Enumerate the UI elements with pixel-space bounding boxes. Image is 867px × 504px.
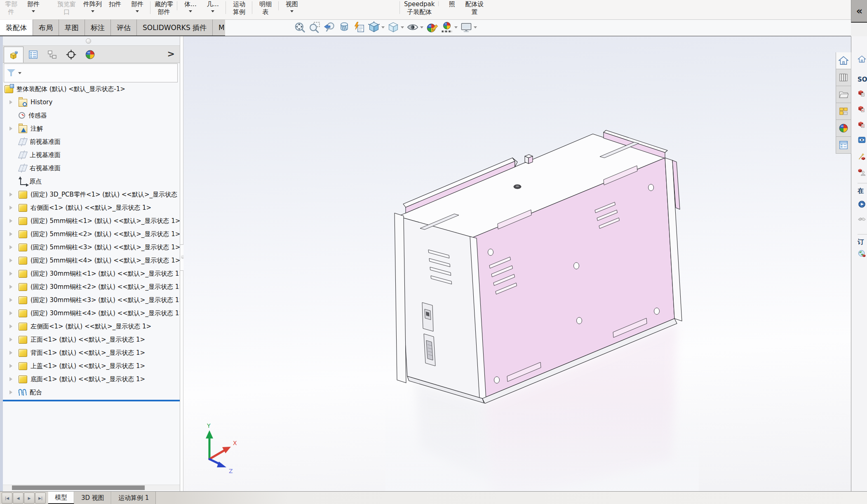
dropdown-arrow-icon[interactable] [189,10,192,12]
tree-item[interactable]: (固定) 3D_PCB零件<1> (默认) <<默认>_显示状态 1> [3,188,180,201]
document-tab[interactable]: 模型 [48,492,74,504]
task-pane-item[interactable] [858,54,866,63]
expand-arrow-icon[interactable] [8,219,19,223]
ribbon-button[interactable]: 体... [179,0,202,12]
expand-arrow-icon[interactable] [8,390,19,394]
expand-arrow-icon[interactable] [8,127,19,131]
tree-item[interactable]: 右视基准面 [3,162,180,175]
expand-arrow-icon[interactable] [8,258,19,263]
ribbon-button[interactable]: 配体设 置 [463,0,486,16]
task-pane-item[interactable] [858,120,866,129]
tree-horizontal-scrollbar[interactable] [3,485,180,490]
task-pane-tab[interactable] [836,86,851,103]
task-pane-item[interactable] [858,167,866,176]
expand-arrow-icon[interactable] [8,351,19,355]
hud-button[interactable] [323,21,336,34]
hud-button[interactable] [425,21,439,34]
tree-filter-bar[interactable] [4,63,178,82]
ribbon-button[interactable]: 明细 表 [254,0,277,16]
ribbon-button[interactable]: 扣件 [104,0,126,8]
feature-manager-tab[interactable] [23,47,42,62]
tab-nav-button[interactable]: |◀ [2,492,12,504]
ribbon-tab[interactable]: 评估 [111,19,137,35]
expand-arrow-icon[interactable] [8,377,19,381]
hud-button[interactable] [352,21,366,34]
task-pane-item[interactable]: 订 [858,237,864,246]
tree-item[interactable]: 背面<1> (默认) <<默认>_显示状态 1> [3,346,180,359]
dropdown-arrow-icon[interactable] [474,26,477,28]
feature-manager-tab[interactable] [42,47,61,62]
tree-item[interactable]: 原点 [3,175,180,188]
ribbon-button[interactable]: 部件 [126,0,148,12]
task-pane-tab[interactable] [836,52,851,69]
tree-item[interactable]: History [3,96,180,109]
hud-button[interactable] [338,21,351,34]
ribbon-button[interactable]: 视图 [281,0,303,12]
scrollbar-thumb[interactable] [12,485,145,490]
task-pane-tab[interactable] [836,69,851,86]
task-pane-item[interactable] [858,234,867,235]
tab-nav-button[interactable]: ▶ [24,492,35,504]
model-left-face[interactable] [398,216,482,399]
expand-arrow-icon[interactable] [8,364,19,368]
feature-manager-tab[interactable] [61,47,80,62]
graphics-viewport[interactable]: Y X Z [183,36,851,491]
task-pane-tab[interactable] [836,103,851,120]
task-pane-item[interactable] [858,105,866,114]
dropdown-arrow-icon[interactable] [401,26,404,28]
expand-arrow-icon[interactable] [8,324,19,328]
dropdown-arrow-icon[interactable] [136,10,139,12]
hud-button[interactable] [440,21,458,34]
dropdown-arrow-icon[interactable] [454,26,458,28]
tree-item[interactable]: 传感器 [3,109,180,122]
hud-button[interactable] [308,21,321,34]
document-tab[interactable]: 运动算例 1 [111,492,156,504]
tree-item[interactable]: 注解 [3,122,180,135]
document-tab[interactable]: 3D 视图 [74,492,111,504]
ribbon-tab[interactable]: 草图 [59,19,85,35]
tab-nav-button[interactable]: ▶| [35,492,46,504]
task-pane-item[interactable]: 在 [858,186,864,195]
task-pane-item[interactable]: SO [858,75,867,84]
panel-splitter[interactable] [180,36,183,491]
ribbon-button[interactable]: 几... [202,0,224,12]
ribbon-button[interactable]: 运动 算例 [228,0,250,16]
ribbon-button[interactable]: 零部 件 [0,0,22,16]
dropdown-arrow-icon[interactable] [32,10,35,12]
tree-item[interactable]: 上盖<1> (默认) <<默认>_显示状态 1> [3,359,180,373]
expand-arrow-icon[interactable] [8,192,19,197]
ribbon-button[interactable]: 照 [441,0,463,8]
tree-item[interactable]: (固定) 5mm铜柱<2> (默认) <<默认>_显示状态 1> [3,227,180,241]
tab-nav-button[interactable]: ◀ [13,492,23,504]
tree-item[interactable]: 上视基准面 [3,148,180,162]
dropdown-arrow-icon[interactable] [420,26,423,28]
task-pane-item[interactable] [858,89,866,98]
expand-arrow-icon[interactable] [8,100,19,104]
task-pane-item[interactable] [858,183,867,184]
ribbon-button[interactable]: Speedpak 子装配体 [402,0,437,16]
ribbon-tab[interactable]: 布局 [33,19,59,35]
assembly-model[interactable] [183,36,851,491]
expand-arrow-icon[interactable] [8,298,19,302]
hud-button[interactable] [367,21,385,34]
ribbon-tab[interactable]: 装配体 [0,19,33,35]
expand-arrow-icon[interactable] [8,272,19,276]
tree-item[interactable]: 配合 [3,386,180,399]
taskpane-collapse-button[interactable]: « [851,0,867,23]
panel-expand-chevron[interactable]: > [167,49,175,59]
task-pane-tab[interactable] [836,120,851,137]
hud-button[interactable] [406,21,424,34]
ribbon-button[interactable]: 预览窗 口 [55,0,78,16]
ribbon-tab[interactable]: 标注 [85,19,111,35]
tree-item[interactable]: 右侧面<1> (默认) <<默认>_显示状态 1> [3,201,180,214]
dropdown-arrow-icon[interactable] [381,26,385,28]
dropdown-arrow-icon[interactable] [91,10,94,12]
tree-item[interactable]: (固定) 5mm铜柱<3> (默认) <<默认>_显示状态 1> [3,241,180,254]
feature-manager-tab[interactable] [4,47,23,63]
ribbon-button[interactable]: 部件 [22,0,45,12]
tree-item[interactable]: (固定) 5mm铜柱<4> (默认) <<默认>_显示状态 1> [3,254,180,267]
tree-item[interactable]: 左侧面<1> (默认) <<默认>_显示状态 1> [3,320,180,333]
expand-arrow-icon[interactable] [8,232,19,236]
tree-item[interactable]: (固定) 30mm铜柱<4> (默认) <<默认>_显示状态 1> [3,307,180,320]
expand-arrow-icon[interactable] [8,338,19,342]
